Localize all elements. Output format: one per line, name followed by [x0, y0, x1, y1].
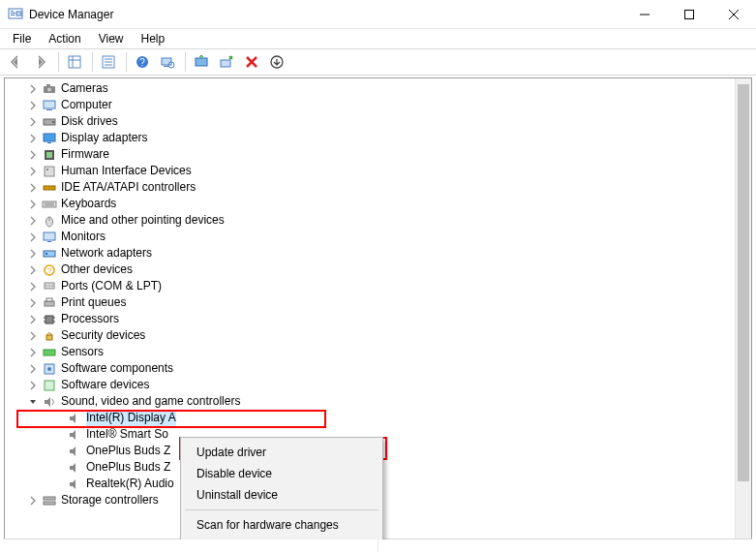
tree-toggle[interactable] — [26, 181, 40, 195]
update-driver-button[interactable] — [190, 51, 213, 73]
tree-toggle[interactable] — [26, 494, 40, 508]
tree-toggle[interactable] — [26, 329, 40, 343]
tree-toggle[interactable] — [26, 99, 40, 112]
tree-category[interactable]: Mice and other pointing devices — [5, 212, 751, 229]
tree-category[interactable]: Sensors — [5, 344, 751, 360]
svg-rect-32 — [47, 142, 51, 143]
svg-rect-61 — [44, 350, 55, 355]
scan-hardware-button[interactable] — [156, 51, 179, 73]
tree-category[interactable]: Monitors — [5, 229, 751, 245]
back-button[interactable] — [4, 51, 27, 73]
tree-label: Keyboards — [61, 196, 116, 212]
tree-toggle[interactable] — [26, 148, 40, 162]
close-button[interactable] — [711, 0, 756, 29]
tree-label: Security devices — [61, 327, 145, 344]
tree-toggle[interactable] — [26, 362, 40, 376]
status-cell — [4, 539, 378, 552]
status-cell — [378, 539, 752, 552]
tree-label: OnePlus Buds Z — [86, 459, 170, 476]
tree-toggle[interactable] — [26, 395, 40, 409]
svg-rect-34 — [46, 152, 52, 158]
tree-category[interactable]: Software components — [5, 360, 751, 377]
tree-toggle[interactable] — [26, 198, 40, 211]
svg-point-51 — [48, 285, 50, 287]
speaker-icon — [67, 460, 82, 476]
tree-category[interactable]: Cameras — [5, 80, 751, 97]
tree-toggle[interactable] — [26, 214, 40, 228]
tree-category[interactable]: Security devices — [5, 327, 751, 344]
uninstall-device-button[interactable] — [215, 51, 238, 73]
tree-label: Firmware — [61, 146, 109, 163]
svg-point-63 — [47, 367, 51, 371]
tree-label: Disk drives — [61, 113, 118, 130]
tree-category[interactable]: IDE ATA/ATAPI controllers — [5, 179, 751, 196]
context-uninstall-device[interactable]: Uninstall device — [183, 484, 380, 506]
svg-rect-3 — [11, 15, 15, 15]
toolbar-separator — [58, 52, 59, 72]
scrollbar-thumb[interactable] — [738, 84, 749, 481]
svg-rect-66 — [44, 502, 55, 505]
show-hide-tree-button[interactable] — [63, 51, 86, 73]
tree-toggle[interactable] — [26, 165, 40, 178]
menu-help[interactable]: Help — [133, 30, 174, 47]
tree-label: Sound, video and game controllers — [61, 393, 240, 410]
disable-device-button[interactable] — [240, 51, 263, 73]
svg-rect-18 — [162, 58, 171, 65]
tree-toggle[interactable] — [26, 280, 40, 293]
tree-category[interactable]: Software devices — [5, 377, 751, 393]
svg-rect-31 — [44, 134, 55, 141]
tree-category[interactable]: Processors — [5, 311, 751, 327]
properties-button[interactable] — [97, 51, 120, 73]
tree-category[interactable]: Display adapters — [5, 130, 751, 146]
computer-icon — [42, 98, 57, 113]
titlebar: Device Manager — [0, 0, 756, 29]
camera-icon — [42, 81, 57, 97]
tree-toggle[interactable] — [26, 247, 40, 261]
context-disable-device[interactable]: Disable device — [183, 463, 380, 484]
tree-label: Monitors — [61, 229, 106, 245]
tree-toggle[interactable] — [26, 132, 40, 145]
swcomp-icon — [42, 361, 57, 377]
svg-rect-4 — [16, 12, 21, 15]
tree-category[interactable]: Computer — [5, 97, 751, 113]
tree-category[interactable]: Print queues — [5, 294, 751, 311]
tree-category[interactable]: Firmware — [5, 146, 751, 163]
add-legacy-hardware-button[interactable] — [265, 51, 288, 73]
tree-category[interactable]: Keyboards — [5, 196, 751, 212]
tree-toggle[interactable] — [26, 82, 40, 96]
tree-toggle[interactable] — [26, 263, 40, 277]
maximize-button[interactable] — [667, 0, 711, 29]
tree-toggle[interactable] — [26, 379, 40, 392]
security-icon — [42, 328, 57, 344]
forward-button[interactable] — [29, 51, 52, 73]
toolbar-separator — [185, 52, 186, 72]
tree-toggle[interactable] — [26, 296, 40, 310]
app-icon — [8, 7, 23, 22]
scrollbar[interactable] — [735, 78, 751, 539]
tree-toggle[interactable] — [26, 115, 40, 129]
minimize-button[interactable] — [622, 0, 667, 29]
svg-rect-36 — [46, 169, 48, 170]
help-button[interactable]: ? — [131, 51, 154, 73]
network-icon — [42, 246, 57, 262]
printq-icon — [42, 295, 57, 311]
tree-toggle-empty — [51, 412, 65, 425]
context-scan-hardware[interactable]: Scan for hardware changes — [183, 514, 380, 536]
tree-toggle[interactable] — [26, 313, 40, 326]
tree-category[interactable]: Human Interface Devices — [5, 163, 751, 179]
menu-file[interactable]: File — [4, 30, 40, 47]
tree-category[interactable]: Disk drives — [5, 113, 751, 130]
tree-toggle[interactable] — [26, 231, 40, 244]
tree-category[interactable]: Network adapters — [5, 245, 751, 262]
speaker-icon — [67, 411, 82, 426]
tree-label: Ports (COM & LPT) — [61, 278, 162, 294]
menu-view[interactable]: View — [90, 30, 133, 47]
tree-category-sound[interactable]: Sound, video and game controllers — [5, 393, 751, 410]
menu-action[interactable]: Action — [40, 30, 89, 47]
context-update-driver[interactable]: Update driver — [183, 442, 380, 463]
svg-rect-1 — [11, 11, 14, 12]
tree-toggle[interactable] — [26, 346, 40, 359]
tree-device[interactable]: Intel(R) Display A — [5, 410, 751, 426]
tree-category[interactable]: ?Other devices — [5, 262, 751, 278]
tree-category[interactable]: Ports (COM & LPT) — [5, 278, 751, 294]
